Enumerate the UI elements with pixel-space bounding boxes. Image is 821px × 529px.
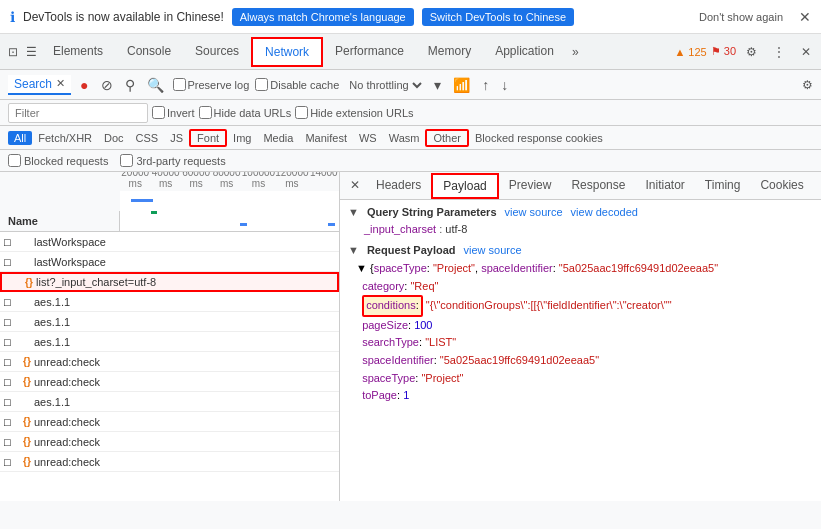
request-item[interactable]: □ aes.1.1 [0,292,339,312]
type-filter-ws[interactable]: WS [353,131,383,145]
request-item[interactable]: □ {} unread:check [0,372,339,392]
request-name: lastWorkspace [34,236,335,248]
info-icon: ℹ [10,9,15,25]
hide-ext-urls-label[interactable]: Hide extension URLs [295,106,413,119]
query-param-item: _input_charset : utf-8 [348,222,813,236]
request-item[interactable]: □ lastWorkspace [0,252,339,272]
request-item[interactable]: □ {} unread:check [0,412,339,432]
tl-label-1: 20000 ms [120,172,150,189]
invert-label[interactable]: Invert [152,106,195,119]
type-filter-fetch-xhr[interactable]: Fetch/XHR [32,131,98,145]
download-button[interactable]: ↓ [498,76,511,94]
record-button[interactable]: ● [77,76,91,94]
tab-performance[interactable]: Performance [323,38,416,66]
json-line-5: spaceIdentifier: "5a025aac19ffc69491d02e… [356,352,813,370]
request-item-highlighted[interactable]: {} list?_input_charset=utf-8 [0,272,339,292]
more-options-button[interactable]: ⋮ [767,41,791,63]
search-tab[interactable]: Search ✕ [8,75,71,95]
request-payload-toggle[interactable]: ▼ [348,244,359,256]
tab-sources[interactable]: Sources [183,38,251,66]
json-line-conditions: conditions: "{\"conditionGroups\":[[{\"f… [356,295,813,317]
notification-close-button[interactable]: ✕ [799,9,811,25]
invert-checkbox[interactable] [152,106,165,119]
search-tab-label: Search [14,77,52,91]
tab-console[interactable]: Console [115,38,183,66]
request-item[interactable]: □ {} unread:check [0,352,339,372]
disable-cache-label[interactable]: Disable cache [255,78,339,91]
filter-button[interactable]: ⚲ [122,76,138,94]
type-filter-all[interactable]: All [8,131,32,145]
third-party-label[interactable]: 3rd-party requests [120,154,225,167]
timeline-bar-4 [328,223,335,226]
request-item[interactable]: □ {} unread:check [0,432,339,452]
tl-label-4: 80000 ms [211,172,241,189]
type-filter-media[interactable]: Media [257,131,299,145]
tab-network[interactable]: Network [251,37,323,67]
close-devtools-button[interactable]: ✕ [795,41,817,63]
request-item[interactable]: □ aes.1.1 [0,312,339,332]
blocked-requests-checkbox[interactable] [8,154,21,167]
third-party-checkbox[interactable] [120,154,133,167]
type-filter-other[interactable]: Other [425,129,469,147]
upload-button[interactable]: ↑ [479,76,492,94]
throttle-select[interactable]: No throttling [345,78,425,92]
devtools-icon-2[interactable]: ☰ [22,43,41,61]
clear-button[interactable]: ⊘ [98,76,116,94]
sub-tab-response[interactable]: Response [561,174,635,198]
tab-elements[interactable]: Elements [41,38,115,66]
tab-memory[interactable]: Memory [416,38,483,66]
preserve-log-label[interactable]: Preserve log [173,78,250,91]
type-filter-img[interactable]: Img [227,131,257,145]
hide-data-urls-label[interactable]: Hide data URLs [199,106,292,119]
view-decoded-link[interactable]: view decoded [571,206,638,218]
hide-ext-urls-checkbox[interactable] [295,106,308,119]
sub-tabs-close-button[interactable]: ✕ [344,174,366,198]
filter-input[interactable] [8,103,148,123]
request-item[interactable]: □ aes.1.1 [0,392,339,412]
type-filter-doc[interactable]: Doc [98,131,130,145]
type-filter-manifest[interactable]: Manifest [299,131,353,145]
request-payload-section-header: ▼ Request Payload view source [348,244,813,256]
request-checkbox: □ [4,236,20,248]
payload-view-source-link[interactable]: view source [464,244,522,256]
type-filter-wasm[interactable]: Wasm [383,131,426,145]
type-filter-js[interactable]: JS [164,131,189,145]
sub-tab-preview[interactable]: Preview [499,174,562,198]
dismiss-link[interactable]: Don't show again [699,11,783,23]
request-item[interactable]: □ {} unread:check [0,452,339,472]
filter-bar: Invert Hide data URLs Hide extension URL… [0,100,821,126]
hide-data-urls-checkbox[interactable] [199,106,212,119]
sub-tab-payload[interactable]: Payload [431,173,498,199]
throttle-arrow-icon[interactable]: ▾ [431,76,444,94]
match-language-button[interactable]: Always match Chrome's language [232,8,414,26]
query-string-toggle[interactable]: ▼ [348,206,359,218]
type-filter-font[interactable]: Font [189,129,227,147]
request-item[interactable]: □ aes.1.1 [0,332,339,352]
network-settings-icon[interactable]: ⚙ [802,78,813,92]
type-filter-css[interactable]: CSS [130,131,165,145]
blocked-requests-label[interactable]: Blocked requests [8,154,108,167]
settings-button[interactable]: ⚙ [740,41,763,63]
sub-tab-headers[interactable]: Headers [366,174,431,198]
request-item[interactable]: □ lastWorkspace [0,232,339,252]
blocked-requests-text: Blocked requests [24,155,108,167]
devtools-icon-1[interactable]: ⊡ [4,43,22,61]
disable-cache-checkbox[interactable] [255,78,268,91]
timeline-column: 20000 ms 40000 ms 60000 ms 80000 ms 1000… [120,172,339,231]
search-tab-close[interactable]: ✕ [56,77,65,90]
tabs-more-button[interactable]: » [566,39,585,65]
search-button[interactable]: 🔍 [144,76,167,94]
request-name: unread:check [34,376,335,388]
preserve-log-checkbox[interactable] [173,78,186,91]
view-source-link[interactable]: view source [505,206,563,218]
sub-tab-timing[interactable]: Timing [695,174,751,198]
sub-tab-initiator[interactable]: Initiator [635,174,694,198]
param-key: _input_charset [364,223,436,235]
tab-application[interactable]: Application [483,38,566,66]
switch-devtools-button[interactable]: Switch DevTools to Chinese [422,8,574,26]
sub-tab-cookies[interactable]: Cookies [750,174,813,198]
request-type-icon-api: {} [20,356,34,367]
type-filter-blocked-cookies[interactable]: Blocked response cookies [469,131,609,145]
request-name: aes.1.1 [34,296,335,308]
hide-ext-urls-text: Hide extension URLs [310,107,413,119]
